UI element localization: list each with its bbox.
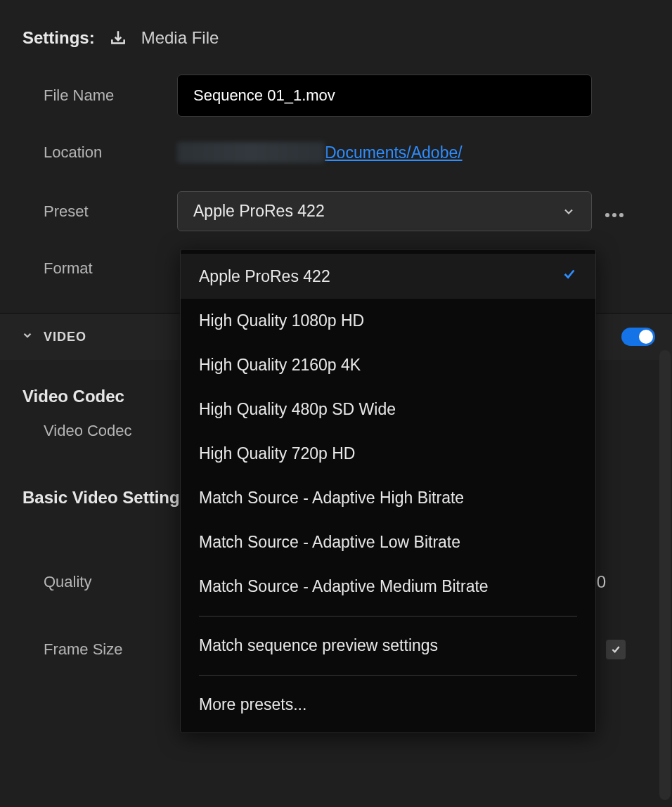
video-codec-label: Video Codec [44, 422, 177, 440]
format-label: Format [44, 259, 177, 278]
media-file-label: Media File [141, 28, 219, 48]
frame-size-checkbox[interactable] [606, 640, 626, 659]
svg-point-1 [612, 213, 616, 217]
quality-value: 00 [587, 572, 650, 592]
scrollbar[interactable] [659, 350, 671, 800]
svg-point-2 [619, 213, 623, 217]
video-toggle[interactable] [621, 328, 655, 346]
dropdown-divider [199, 675, 577, 676]
file-name-input[interactable] [177, 75, 592, 117]
file-name-row: File Name [0, 67, 672, 124]
settings-header: Settings: Media File [0, 0, 672, 67]
preset-option-label: Apple ProRes 422 [199, 267, 330, 286]
location-link[interactable]: Documents/Adobe/ [325, 143, 463, 162]
import-preset-icon[interactable] [109, 29, 127, 47]
preset-value: Apple ProRes 422 [193, 202, 325, 221]
preset-label: Preset [44, 202, 177, 221]
dropdown-divider [199, 616, 577, 616]
settings-label: Settings: [22, 28, 95, 48]
preset-option[interactable]: Match Source - Adaptive Low Bitrate [181, 520, 595, 564]
preset-dropdown[interactable]: Apple ProRes 422 [177, 191, 592, 231]
preset-option-label: Match Source - Adaptive Medium Bitrate [199, 577, 489, 596]
preset-option-label: Match Source - Adaptive High Bitrate [199, 489, 464, 508]
quality-label: Quality [44, 573, 177, 591]
preset-option[interactable]: High Quality 2160p 4K [181, 343, 595, 387]
preset-option-label: Match sequence preview settings [199, 636, 438, 655]
file-name-label: File Name [44, 86, 177, 105]
preset-row: Preset Apple ProRes 422 [0, 181, 672, 241]
preset-option-label: More presets... [199, 695, 306, 714]
preset-option[interactable]: Match Source - Adaptive High Bitrate [181, 476, 595, 520]
preset-match-sequence[interactable]: Match sequence preview settings [181, 624, 595, 668]
preset-option[interactable]: High Quality 1080p HD [181, 299, 595, 343]
video-section-title: VIDEO [44, 330, 86, 344]
check-icon [562, 266, 577, 286]
chevron-down-icon [562, 205, 576, 219]
location-row: Location Documents/Adobe/ [0, 124, 672, 181]
preset-option[interactable]: Match Source - Adaptive Medium Bitrate [181, 564, 595, 609]
preset-option[interactable]: Apple ProRes 422 [181, 254, 595, 299]
preset-option-label: High Quality 720p HD [199, 444, 355, 463]
location-redacted [177, 142, 325, 163]
preset-more[interactable]: More presets... [181, 683, 595, 727]
preset-dropdown-list: Apple ProRes 422 High Quality 1080p HD H… [180, 249, 596, 733]
location-value: Documents/Adobe/ [177, 142, 463, 163]
preset-option-label: Match Source - Adaptive Low Bitrate [199, 533, 460, 552]
preset-option[interactable]: High Quality 720p HD [181, 432, 595, 476]
toggle-knob [639, 330, 653, 344]
preset-option-label: High Quality 480p SD Wide [199, 400, 396, 419]
more-options-button[interactable] [605, 200, 624, 223]
svg-point-0 [605, 213, 609, 217]
preset-option[interactable]: High Quality 480p SD Wide [181, 387, 595, 432]
frame-size-label: Frame Size [44, 640, 177, 659]
location-label: Location [44, 143, 177, 162]
preset-option-label: High Quality 2160p 4K [199, 356, 361, 375]
export-settings-panel: Settings: Media File File Name Location … [0, 0, 672, 807]
preset-option-label: High Quality 1080p HD [199, 311, 364, 330]
chevron-down-icon [21, 329, 34, 344]
